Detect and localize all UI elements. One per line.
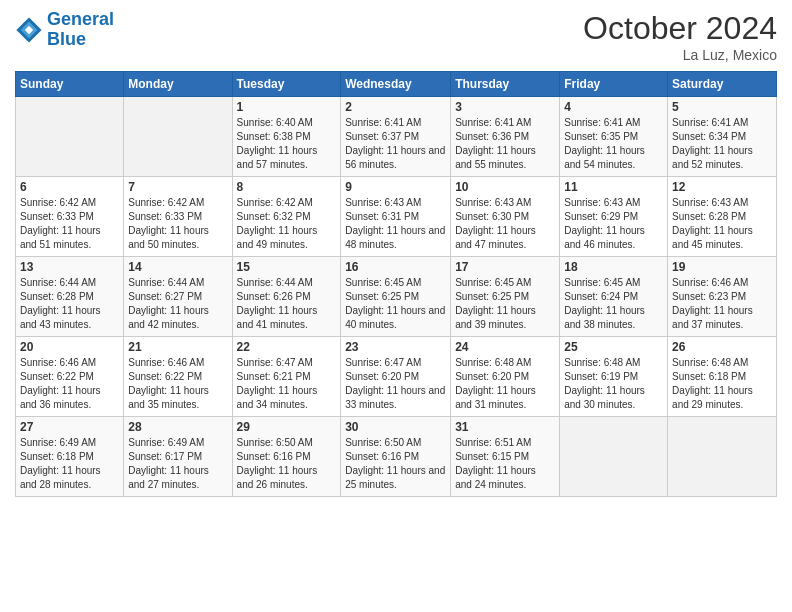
calendar-day-cell: 7Sunrise: 6:42 AMSunset: 6:33 PMDaylight… [124, 177, 232, 257]
day-info: Sunrise: 6:41 AMSunset: 6:35 PMDaylight:… [564, 116, 663, 172]
month-title: October 2024 [583, 10, 777, 47]
day-number: 24 [455, 340, 555, 354]
day-info: Sunrise: 6:41 AMSunset: 6:37 PMDaylight:… [345, 116, 446, 172]
day-info: Sunrise: 6:40 AMSunset: 6:38 PMDaylight:… [237, 116, 337, 172]
logo-line1: General [47, 9, 114, 29]
day-number: 18 [564, 260, 663, 274]
calendar-day-cell: 27Sunrise: 6:49 AMSunset: 6:18 PMDayligh… [16, 417, 124, 497]
day-number: 6 [20, 180, 119, 194]
calendar-day-cell: 30Sunrise: 6:50 AMSunset: 6:16 PMDayligh… [341, 417, 451, 497]
day-number: 11 [564, 180, 663, 194]
day-info: Sunrise: 6:51 AMSunset: 6:15 PMDaylight:… [455, 436, 555, 492]
day-info: Sunrise: 6:46 AMSunset: 6:22 PMDaylight:… [20, 356, 119, 412]
day-info: Sunrise: 6:48 AMSunset: 6:18 PMDaylight:… [672, 356, 772, 412]
calendar-day-cell: 6Sunrise: 6:42 AMSunset: 6:33 PMDaylight… [16, 177, 124, 257]
calendar-day-cell: 15Sunrise: 6:44 AMSunset: 6:26 PMDayligh… [232, 257, 341, 337]
day-info: Sunrise: 6:49 AMSunset: 6:17 PMDaylight:… [128, 436, 227, 492]
calendar-table: SundayMondayTuesdayWednesdayThursdayFrid… [15, 71, 777, 497]
day-number: 30 [345, 420, 446, 434]
calendar-day-cell [16, 97, 124, 177]
day-number: 3 [455, 100, 555, 114]
day-info: Sunrise: 6:43 AMSunset: 6:28 PMDaylight:… [672, 196, 772, 252]
weekday-header-row: SundayMondayTuesdayWednesdayThursdayFrid… [16, 72, 777, 97]
day-number: 25 [564, 340, 663, 354]
day-info: Sunrise: 6:47 AMSunset: 6:21 PMDaylight:… [237, 356, 337, 412]
calendar-day-cell: 4Sunrise: 6:41 AMSunset: 6:35 PMDaylight… [560, 97, 668, 177]
day-info: Sunrise: 6:50 AMSunset: 6:16 PMDaylight:… [237, 436, 337, 492]
calendar-day-cell: 3Sunrise: 6:41 AMSunset: 6:36 PMDaylight… [451, 97, 560, 177]
day-info: Sunrise: 6:44 AMSunset: 6:26 PMDaylight:… [237, 276, 337, 332]
day-info: Sunrise: 6:42 AMSunset: 6:33 PMDaylight:… [128, 196, 227, 252]
day-info: Sunrise: 6:45 AMSunset: 6:25 PMDaylight:… [345, 276, 446, 332]
day-info: Sunrise: 6:48 AMSunset: 6:20 PMDaylight:… [455, 356, 555, 412]
calendar-day-cell: 22Sunrise: 6:47 AMSunset: 6:21 PMDayligh… [232, 337, 341, 417]
calendar-day-cell: 1Sunrise: 6:40 AMSunset: 6:38 PMDaylight… [232, 97, 341, 177]
title-block: October 2024 La Luz, Mexico [583, 10, 777, 63]
weekday-header-cell: Sunday [16, 72, 124, 97]
calendar-day-cell: 18Sunrise: 6:45 AMSunset: 6:24 PMDayligh… [560, 257, 668, 337]
calendar-day-cell: 28Sunrise: 6:49 AMSunset: 6:17 PMDayligh… [124, 417, 232, 497]
logo-line2: Blue [47, 29, 86, 49]
calendar-day-cell: 9Sunrise: 6:43 AMSunset: 6:31 PMDaylight… [341, 177, 451, 257]
calendar-day-cell: 13Sunrise: 6:44 AMSunset: 6:28 PMDayligh… [16, 257, 124, 337]
day-number: 20 [20, 340, 119, 354]
weekday-header-cell: Tuesday [232, 72, 341, 97]
day-info: Sunrise: 6:41 AMSunset: 6:34 PMDaylight:… [672, 116, 772, 172]
calendar-day-cell: 29Sunrise: 6:50 AMSunset: 6:16 PMDayligh… [232, 417, 341, 497]
page: General Blue October 2024 La Luz, Mexico… [0, 0, 792, 612]
day-number: 22 [237, 340, 337, 354]
calendar-week-row: 27Sunrise: 6:49 AMSunset: 6:18 PMDayligh… [16, 417, 777, 497]
day-info: Sunrise: 6:49 AMSunset: 6:18 PMDaylight:… [20, 436, 119, 492]
day-info: Sunrise: 6:43 AMSunset: 6:31 PMDaylight:… [345, 196, 446, 252]
day-number: 4 [564, 100, 663, 114]
day-info: Sunrise: 6:43 AMSunset: 6:29 PMDaylight:… [564, 196, 663, 252]
day-number: 1 [237, 100, 337, 114]
day-number: 31 [455, 420, 555, 434]
day-number: 13 [20, 260, 119, 274]
day-number: 26 [672, 340, 772, 354]
calendar-day-cell: 24Sunrise: 6:48 AMSunset: 6:20 PMDayligh… [451, 337, 560, 417]
day-info: Sunrise: 6:48 AMSunset: 6:19 PMDaylight:… [564, 356, 663, 412]
calendar-day-cell [668, 417, 777, 497]
calendar-body: 1Sunrise: 6:40 AMSunset: 6:38 PMDaylight… [16, 97, 777, 497]
calendar-day-cell: 5Sunrise: 6:41 AMSunset: 6:34 PMDaylight… [668, 97, 777, 177]
day-info: Sunrise: 6:44 AMSunset: 6:27 PMDaylight:… [128, 276, 227, 332]
calendar-day-cell [560, 417, 668, 497]
day-number: 9 [345, 180, 446, 194]
calendar-day-cell: 17Sunrise: 6:45 AMSunset: 6:25 PMDayligh… [451, 257, 560, 337]
day-info: Sunrise: 6:43 AMSunset: 6:30 PMDaylight:… [455, 196, 555, 252]
day-info: Sunrise: 6:42 AMSunset: 6:32 PMDaylight:… [237, 196, 337, 252]
logo: General Blue [15, 10, 114, 50]
day-number: 7 [128, 180, 227, 194]
calendar-day-cell: 2Sunrise: 6:41 AMSunset: 6:37 PMDaylight… [341, 97, 451, 177]
day-info: Sunrise: 6:44 AMSunset: 6:28 PMDaylight:… [20, 276, 119, 332]
day-number: 10 [455, 180, 555, 194]
day-info: Sunrise: 6:42 AMSunset: 6:33 PMDaylight:… [20, 196, 119, 252]
logo-icon [15, 16, 43, 44]
weekday-header-cell: Wednesday [341, 72, 451, 97]
calendar-day-cell: 21Sunrise: 6:46 AMSunset: 6:22 PMDayligh… [124, 337, 232, 417]
weekday-header-cell: Friday [560, 72, 668, 97]
day-info: Sunrise: 6:45 AMSunset: 6:24 PMDaylight:… [564, 276, 663, 332]
day-number: 2 [345, 100, 446, 114]
calendar-day-cell: 16Sunrise: 6:45 AMSunset: 6:25 PMDayligh… [341, 257, 451, 337]
calendar-day-cell: 11Sunrise: 6:43 AMSunset: 6:29 PMDayligh… [560, 177, 668, 257]
day-number: 17 [455, 260, 555, 274]
calendar-week-row: 13Sunrise: 6:44 AMSunset: 6:28 PMDayligh… [16, 257, 777, 337]
calendar-day-cell: 23Sunrise: 6:47 AMSunset: 6:20 PMDayligh… [341, 337, 451, 417]
calendar-day-cell [124, 97, 232, 177]
day-number: 28 [128, 420, 227, 434]
day-info: Sunrise: 6:50 AMSunset: 6:16 PMDaylight:… [345, 436, 446, 492]
weekday-header-cell: Thursday [451, 72, 560, 97]
calendar-week-row: 6Sunrise: 6:42 AMSunset: 6:33 PMDaylight… [16, 177, 777, 257]
weekday-header-cell: Monday [124, 72, 232, 97]
day-number: 16 [345, 260, 446, 274]
day-info: Sunrise: 6:47 AMSunset: 6:20 PMDaylight:… [345, 356, 446, 412]
calendar-day-cell: 12Sunrise: 6:43 AMSunset: 6:28 PMDayligh… [668, 177, 777, 257]
calendar-day-cell: 14Sunrise: 6:44 AMSunset: 6:27 PMDayligh… [124, 257, 232, 337]
calendar-week-row: 20Sunrise: 6:46 AMSunset: 6:22 PMDayligh… [16, 337, 777, 417]
day-number: 8 [237, 180, 337, 194]
day-number: 27 [20, 420, 119, 434]
day-number: 12 [672, 180, 772, 194]
day-number: 19 [672, 260, 772, 274]
